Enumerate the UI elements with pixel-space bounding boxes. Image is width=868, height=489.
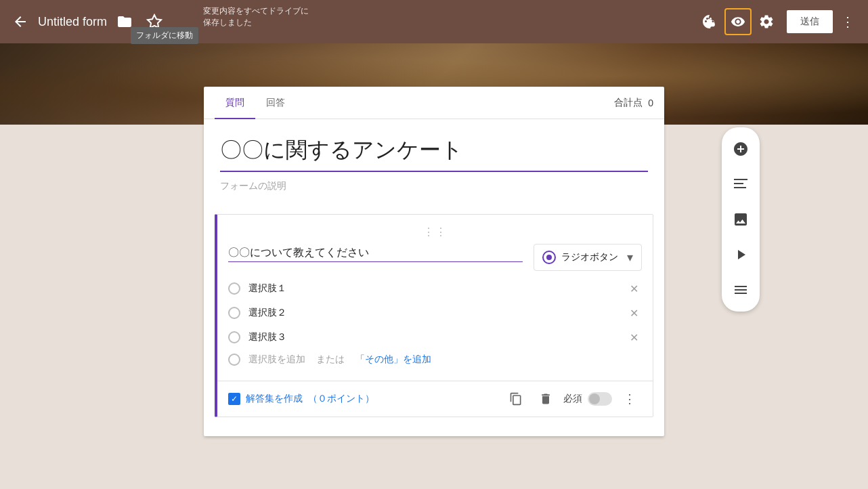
option-item: 選択肢２ ✕ [228, 301, 642, 325]
required-label: 必須 [563, 393, 582, 405]
add-option-radio [228, 354, 240, 366]
option-item: 選択肢３ ✕ [228, 325, 642, 349]
question-more-button[interactable]: ⋮ [617, 387, 642, 411]
tab-answers[interactable]: 回答 [255, 87, 296, 119]
radio-circle [228, 307, 240, 319]
more-button[interactable]: ⋮ [836, 9, 860, 34]
header-left: Untitled form 変更内容をすべてドライブに 保存しました フォルダに… [8, 9, 697, 34]
toggle-knob [589, 394, 600, 404]
answer-key-button[interactable]: ✓ 解答集を作成 （０ポイント） [228, 393, 374, 405]
form-panel: 質問 回答 合計点 0 〇〇に関するアンケート フォームの説明 ⋮⋮ [204, 87, 664, 436]
form-title-text[interactable]: 〇〇に関するアンケート [220, 135, 648, 172]
settings-button[interactable] [754, 9, 779, 34]
radio-circle [228, 331, 240, 343]
form-content: 〇〇に関するアンケート フォームの説明 [204, 119, 664, 206]
right-sidebar [722, 127, 760, 312]
option-delete-button[interactable]: ✕ [626, 280, 642, 297]
score-area: 合計点 0 [614, 97, 653, 109]
radio-type-icon [542, 251, 556, 264]
add-option-text[interactable]: 選択肢を追加 [248, 354, 305, 366]
options-list: 選択肢１ ✕ 選択肢２ ✕ 選択肢３ ✕ [217, 271, 653, 375]
preview-button[interactable] [724, 8, 752, 35]
drag-handle[interactable]: ⋮⋮ [217, 226, 653, 238]
add-other-link[interactable]: 「その他」を追加 [355, 354, 431, 366]
header: Untitled form 変更内容をすべてドライブに 保存しました フォルダに… [0, 0, 868, 43]
add-image-button[interactable] [724, 203, 757, 236]
required-toggle[interactable] [588, 392, 612, 406]
score-value: 0 [648, 98, 653, 108]
back-button[interactable] [8, 9, 32, 34]
palette-button[interactable] [697, 9, 722, 34]
duplicate-button[interactable] [504, 387, 528, 411]
points-label: （０ポイント） [308, 393, 374, 405]
add-option-row: 選択肢を追加 または 「その他」を追加 [228, 349, 642, 370]
option-item: 選択肢１ ✕ [228, 276, 642, 301]
tab-questions[interactable]: 質問 [215, 87, 255, 119]
footer-right: 必須 ⋮ [504, 387, 642, 411]
option-label: 選択肢１ [248, 282, 617, 295]
folder-tooltip: フォルダに移動 [131, 27, 198, 44]
radio-circle [228, 282, 240, 295]
question-footer: ✓ 解答集を作成 （０ポイント） 必須 [217, 381, 653, 417]
delete-button[interactable] [534, 387, 558, 411]
save-message: 変更内容をすべてドライブに 保存しました [203, 5, 309, 28]
option-delete-button[interactable]: ✕ [626, 305, 642, 321]
svg-marker-0 [148, 15, 161, 28]
add-title-button[interactable] [724, 168, 757, 200]
header-right: 送信 ⋮ [697, 8, 860, 35]
add-section-button[interactable] [724, 274, 757, 306]
question-header: ラジオボタン ▾ [217, 244, 653, 271]
option-label: 選択肢２ [248, 307, 617, 320]
send-button[interactable]: 送信 [787, 10, 833, 33]
questions-area: ⋮⋮ ラジオボタン ▾ [204, 214, 664, 436]
question-type-label: ラジオボタン [561, 251, 622, 263]
question-text-area [228, 244, 523, 262]
option-label: 選択肢３ [248, 331, 617, 344]
tabs: 質問 回答 合計点 0 [204, 87, 664, 119]
option-delete-button[interactable]: ✕ [626, 329, 642, 345]
question-card: ⋮⋮ ラジオボタン ▾ [215, 214, 653, 417]
form-title: Untitled form [38, 15, 107, 29]
dropdown-arrow-icon: ▾ [627, 250, 633, 265]
question-title-input[interactable] [228, 244, 523, 262]
form-description[interactable]: フォームの説明 [220, 177, 648, 195]
question-type-select[interactable]: ラジオボタン ▾ [534, 244, 642, 271]
answer-key-checkbox: ✓ [228, 393, 240, 405]
main-area: 質問 回答 合計点 0 〇〇に関するアンケート フォームの説明 ⋮⋮ [0, 43, 868, 489]
add-video-button[interactable] [724, 238, 757, 271]
answer-key-label: 解答集を作成 [246, 393, 303, 405]
radio-type-icon-inner [546, 255, 552, 260]
add-question-button[interactable] [724, 133, 757, 165]
